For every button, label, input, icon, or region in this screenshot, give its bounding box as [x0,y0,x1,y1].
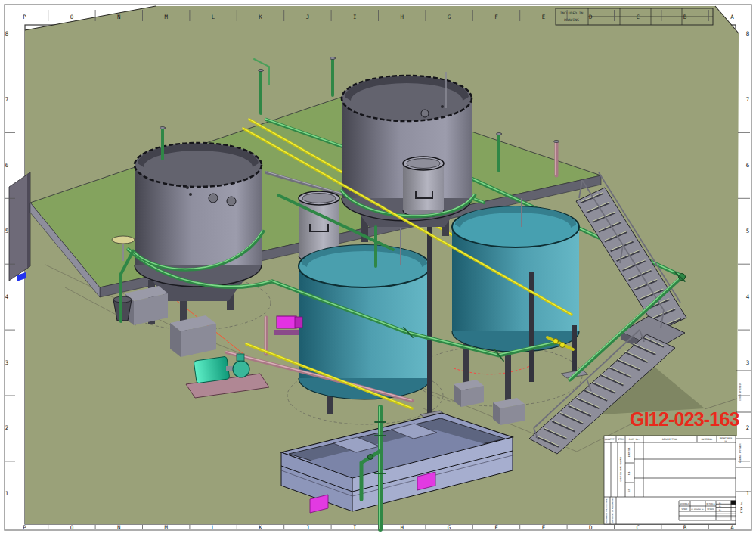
tb-stage: STAGE [682,508,688,511]
grid-letter-bottom: B [683,524,687,531]
grid-letter-bottom: J [306,524,310,531]
band-general-appendix: GENERAL APPENDIX [739,443,742,462]
included-in-line2: DRAWING [564,18,579,22]
grid-letter-top: I [353,14,357,20]
grid-number-left: 1 [5,490,9,497]
title-block [604,436,736,524]
tb-details: DETAILS [707,503,715,505]
grid-number-right: 2 [746,424,750,431]
band-other-appendix: OTHER APPENDIX [739,383,742,401]
grid-letter-top: M [164,14,168,20]
tb-side-ref: REF [628,489,631,492]
small-tank-right [403,157,444,217]
th-description: DESCRIPTION [662,438,677,441]
grid-letter-top: N [117,14,121,20]
tb-side-erection: ERECTION MARK CENTRES [620,456,622,481]
tb-schedule: SCHEDULE [680,503,689,505]
grid-letter-bottom: G [448,524,451,531]
tb-side-rib: RIB [628,471,631,475]
grid-letter-bottom: E [542,524,546,531]
th-part-no: PART No. [629,438,640,441]
grid-number-left: 8 [5,30,9,37]
grid-letter-top: E [542,14,546,20]
grid-letter-bottom: O [70,524,74,531]
grid-letter-top: O [70,14,74,20]
grid-letter-top: B [683,14,687,20]
grid-letter-bottom: N [117,524,121,531]
magenta-pump [274,316,302,335]
pump-volute [233,361,249,377]
grid-letter-top: G [448,14,451,20]
grid-number-left: 4 [5,293,9,300]
th-item: ITEM [618,438,623,441]
grid-number-right: 4 [746,293,750,300]
grid-letter-bottom: A [730,524,734,531]
grid-letter-bottom: P [23,524,26,531]
grid-number-right: 7 [746,96,750,103]
th-material: MATERIAL [702,438,713,441]
grid-letter-bottom: F [494,524,498,531]
grid-number-left: 3 [5,359,9,366]
tb-vessel: VESSEL [707,508,714,511]
grid-letter-top: L [212,14,215,20]
grid-number-left: 2 [5,424,9,431]
valve-handwheel [368,455,373,460]
grid-letter-top: A [730,14,734,20]
valve-handwheel-yellow [553,339,559,344]
grid-letter-bottom: L [212,524,215,531]
grid-letter-top: K [259,14,262,20]
grid-letter-top: D [589,14,593,20]
grid-number-right: 3 [746,359,750,366]
included-in-line1: INCLUDED IN [560,11,584,15]
grid-letter-top: C [636,14,640,20]
grid-number-right: 5 [746,228,750,234]
grid-letter-bottom: K [259,524,262,531]
grid-letter-bottom: H [400,524,404,531]
grid-number-left: 7 [5,96,9,103]
drawing-number: GI12-023-163 [630,408,739,430]
tb-dimensions: DIMENSIONS IN MILLIMETRES [612,497,614,523]
tb-tolerance: TOLERANCES UNLESS STATED [606,498,608,523]
tb-side-diameter: DIAMETER [628,447,631,457]
grid-number-left: 5 [5,228,9,234]
grid-number-right: 6 [746,162,750,169]
retaining-wall [9,172,30,281]
grid-letter-top: F [494,14,498,20]
plant-3d-view: INCLUDED IN DRAWING GI12-023-163 QUANTIT… [0,0,756,534]
grid-number-right: 1 [746,490,750,497]
grid-letter-top: H [400,14,404,20]
cad-drawing-sheet: INCLUDED IN DRAWING GI12-023-163 QUANTIT… [0,0,756,534]
grid-letter-bottom: D [589,524,593,531]
grid-letter-top: P [23,14,26,20]
grid-letter-bottom: M [164,524,168,531]
grid-number-left: 6 [5,162,9,169]
th-quantity: QUANTITY [605,438,616,441]
grid-letter-bottom: C [636,524,640,531]
grid-number-right: 8 [746,30,750,37]
band-item-no: ITEM No. [740,501,743,513]
valve-handwheel-yellow [560,343,565,348]
grid-letter-bottom: I [353,524,357,531]
grid-letter-top: J [306,14,310,20]
